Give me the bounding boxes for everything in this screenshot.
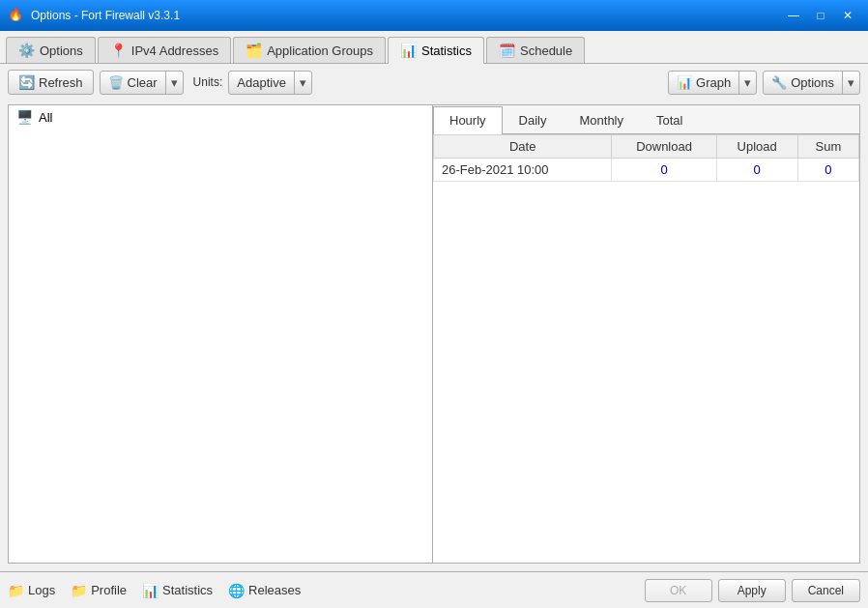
wrench-icon: 🔧	[771, 75, 787, 90]
cell-upload: 0	[716, 159, 797, 182]
tab-total[interactable]: Total	[640, 106, 699, 134]
tab-daily[interactable]: Daily	[503, 106, 564, 134]
units-text: Adaptive	[237, 75, 286, 90]
tab-hourly-label: Hourly	[449, 113, 486, 128]
clear-arrow[interactable]: ▾	[166, 72, 183, 94]
graph-button[interactable]: 📊 Graph	[669, 72, 739, 94]
window-controls: — □ ✕	[781, 6, 860, 25]
minimize-button[interactable]: —	[781, 6, 806, 25]
tab-schedule-label: Schedule	[520, 43, 572, 58]
tab-appgroups[interactable]: 🗂️ Application Groups	[233, 37, 386, 63]
statistics-tab-icon: 📊	[400, 43, 417, 58]
cell-sum: 0	[797, 159, 858, 182]
ipv4-tab-icon: 📍	[110, 43, 127, 58]
graph-arrow[interactable]: ▾	[739, 72, 756, 94]
clear-dropdown[interactable]: 🗑️ Clear ▾	[100, 71, 184, 95]
options-label: Options	[791, 75, 834, 90]
tab-options-label: Options	[40, 43, 83, 58]
schedule-tab-icon: 🗓️	[499, 43, 515, 58]
list-item[interactable]: 🖥️ All	[9, 105, 432, 129]
tab-statistics[interactable]: 📊 Statistics	[388, 37, 484, 64]
tab-daily-label: Daily	[519, 113, 547, 128]
window-title: Options - Fort Firewall v3.3.1	[31, 9, 781, 22]
refresh-icon: 🔄	[18, 74, 35, 90]
releases-icon: 🌐	[228, 583, 245, 598]
options-tab-icon: ⚙️	[18, 43, 35, 58]
options-arrow[interactable]: ▾	[843, 72, 859, 94]
cell-date: 26-Feb-2021 10:00	[434, 159, 612, 182]
status-buttons: OK Apply Cancel	[645, 579, 860, 602]
appgroups-tab-icon: 🗂️	[246, 43, 262, 58]
apply-button[interactable]: Apply	[718, 579, 786, 602]
col-upload: Upload	[716, 135, 797, 159]
col-download: Download	[612, 135, 716, 159]
table-container: Date Download Upload Sum 26-Feb-2021 10:…	[433, 134, 859, 563]
releases-label: Releases	[248, 583, 301, 597]
statistics-label: Statistics	[162, 583, 213, 597]
tab-ipv4-label: IPv4 Addresses	[131, 43, 218, 58]
cancel-button[interactable]: Cancel	[792, 579, 860, 602]
status-logs[interactable]: 📁 Logs	[8, 583, 55, 598]
content-area: 🖥️ All Hourly Daily Monthly Total	[0, 101, 868, 571]
main-window: ⚙️ Options 📍 IPv4 Addresses 🗂️ Applicati…	[0, 31, 868, 608]
title-bar: 🔥 Options - Fort Firewall v3.3.1 — □ ✕	[0, 0, 868, 31]
toolbar: 🔄 Refresh 🗑️ Clear ▾ Units: Adaptive ▾ 📊…	[0, 64, 868, 101]
logs-label: Logs	[28, 583, 55, 597]
graph-label: Graph	[696, 75, 731, 90]
toolbar-right: 📊 Graph ▾ 🔧 Options ▾	[668, 71, 860, 95]
tab-statistics-label: Statistics	[421, 43, 472, 58]
maximize-button[interactable]: □	[808, 6, 833, 25]
options-dropdown[interactable]: 🔧 Options ▾	[763, 71, 860, 95]
status-bar: 📁 Logs 📁 Profile 📊 Statistics 🌐 Releases…	[0, 571, 868, 608]
ok-button[interactable]: OK	[645, 579, 712, 602]
tab-ipv4[interactable]: 📍 IPv4 Addresses	[98, 37, 231, 63]
right-panel: Hourly Daily Monthly Total Date	[433, 104, 860, 564]
col-date: Date	[434, 135, 612, 159]
units-label: Units:	[193, 75, 223, 89]
refresh-button[interactable]: 🔄 Refresh	[8, 70, 94, 95]
clear-button[interactable]: 🗑️ Clear	[101, 72, 166, 94]
all-label: All	[39, 110, 52, 125]
options-button[interactable]: 🔧 Options	[764, 72, 843, 94]
tab-monthly[interactable]: Monthly	[563, 106, 640, 134]
statistics-status-icon: 📊	[142, 583, 159, 598]
close-button[interactable]: ✕	[835, 6, 860, 25]
tab-options[interactable]: ⚙️ Options	[6, 37, 96, 63]
units-dropdown[interactable]: Adaptive ▾	[228, 71, 312, 95]
cell-download: 0	[612, 159, 716, 182]
profile-icon: 📁	[71, 583, 87, 598]
tab-schedule[interactable]: 🗓️ Schedule	[486, 37, 585, 63]
tab-monthly-label: Monthly	[579, 113, 623, 128]
trash-icon: 🗑️	[108, 75, 124, 90]
sub-tab-bar: Hourly Daily Monthly Total	[433, 105, 859, 134]
logs-icon: 📁	[8, 583, 24, 598]
monitor-icon: 🖥️	[16, 109, 33, 125]
tab-hourly[interactable]: Hourly	[433, 106, 503, 134]
tab-total-label: Total	[656, 113, 682, 128]
app-icon: 🔥	[8, 7, 25, 24]
clear-label: Clear	[128, 75, 158, 90]
status-releases[interactable]: 🌐 Releases	[228, 583, 301, 598]
status-statistics[interactable]: 📊 Statistics	[142, 583, 213, 598]
units-arrow[interactable]: ▾	[295, 72, 311, 94]
graph-icon: 📊	[677, 75, 692, 90]
tab-bar: ⚙️ Options 📍 IPv4 Addresses 🗂️ Applicati…	[0, 31, 868, 64]
col-sum: Sum	[797, 135, 858, 159]
tab-appgroups-label: Application Groups	[267, 43, 373, 58]
graph-dropdown[interactable]: 📊 Graph ▾	[668, 71, 757, 95]
units-value[interactable]: Adaptive	[229, 72, 295, 94]
profile-label: Profile	[91, 583, 127, 597]
refresh-label: Refresh	[39, 75, 83, 90]
table-row: 26-Feb-2021 10:00 0 0 0	[434, 159, 859, 182]
status-profile[interactable]: 📁 Profile	[71, 583, 127, 598]
statistics-table: Date Download Upload Sum 26-Feb-2021 10:…	[433, 134, 859, 182]
left-panel: 🖥️ All	[8, 104, 433, 564]
